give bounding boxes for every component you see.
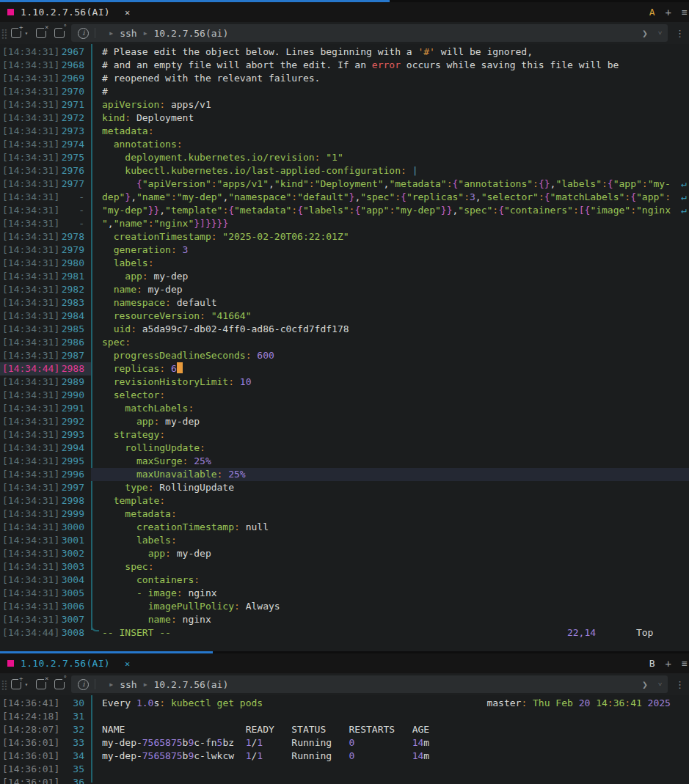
timestamp: [14:34:31] [0, 560, 59, 574]
chevron-right-icon[interactable]: ❯ [642, 679, 648, 690]
breadcrumb-item-protocol[interactable]: ssh [120, 28, 136, 39]
terminal-line: [14:34:31]2967# Please edit the object b… [0, 45, 689, 59]
breadcrumb-item-host[interactable]: 10.2.7.56(ai) [154, 679, 229, 690]
line-text: labels: [91, 534, 689, 547]
line-gutter: [14:34:31]2996 [0, 468, 91, 481]
line-number: 2989 [59, 375, 91, 389]
more-options-icon[interactable]: ⋮ [675, 28, 685, 39]
line-text: labels: [91, 257, 689, 270]
terminal-line: [14:34:31]2989 revisionHistoryLimit: 10 [0, 375, 689, 389]
line-gutter: [14:36:01]33 [0, 736, 91, 750]
session-tab[interactable]: 1.10.2.7.56(AI) ✕ [0, 653, 140, 673]
menu-icon[interactable]: ≡ [682, 658, 688, 669]
timestamp: [14:34:31] [0, 494, 59, 508]
info-icon[interactable]: i [78, 28, 89, 39]
line-gutter: [14:34:31]2969 [0, 72, 91, 85]
terminal-line: [14:34:31]3003 spec: [0, 560, 689, 574]
line-gutter: [14:34:31]2971 [0, 98, 91, 111]
caret-down-icon[interactable]: ▾ [25, 30, 29, 37]
terminal-line: [14:34:31]2994 rollingUpdate: [0, 442, 689, 455]
toolbar: ⣿ + ▾ × ° i ▶ ssh ▶ 10.2.7.56(ai) ❯ ˅ ⋮ [0, 22, 689, 44]
line-text: maxSurge: 25% [91, 455, 689, 468]
close-window-icon[interactable]: × [36, 28, 46, 38]
line-number: 2982 [59, 283, 91, 296]
line-text: # Please edit the object below. Lines be… [91, 45, 689, 59]
line-gutter: [14:34:31]3001 [0, 534, 91, 547]
dropdown-caret-icon[interactable]: ˅ [658, 29, 662, 37]
menu-icon[interactable]: ≡ [682, 7, 688, 18]
timestamp: [14:34:31] [0, 151, 59, 164]
line-number: - [59, 204, 91, 217]
session-tab[interactable]: 1.10.2.7.56(AI) ✕ [0, 2, 140, 22]
timestamp: [14:34:31] [0, 428, 59, 442]
tab-close-icon[interactable]: ✕ [125, 659, 130, 669]
terminal-line: [14:34:31]2977 {"apiVersion":"apps/v1","… [0, 177, 689, 191]
tab-bar: 1.10.2.7.56(AI) ✕ B + ≡ [0, 653, 689, 673]
line-gutter: [14:34:31]2995 [0, 455, 91, 468]
more-options-icon[interactable]: ⋮ [675, 679, 685, 690]
pane-letter-badge[interactable]: B [649, 658, 655, 669]
line-number: 2995 [59, 455, 91, 468]
detach-window-icon[interactable]: ° [54, 28, 65, 38]
breadcrumb-item-host[interactable]: 10.2.7.56(ai) [154, 28, 229, 39]
drag-handle-icon[interactable]: ⣿ [1, 28, 8, 39]
line-text: apiVersion: apps/v1 [91, 98, 689, 111]
line-gutter: [14:34:31]2978 [0, 230, 91, 243]
line-text: template: [91, 494, 689, 508]
timestamp: [14:34:31] [0, 481, 59, 494]
terminal-line: [14:34:31]3002 app: my-dep [0, 547, 689, 560]
timestamp: [14:34:31] [0, 125, 59, 138]
line-number: 2993 [59, 428, 91, 442]
line-number: 35 [59, 763, 91, 776]
timestamp: [14:34:31] [0, 468, 59, 481]
line-number: 31 [59, 710, 91, 723]
line-wrap-icon: ↵ [681, 191, 687, 204]
terminal-b[interactable]: [14:36:41]30Every 1.0s: kubectl get pods… [0, 695, 689, 784]
address-bar[interactable]: i ▶ ssh ▶ 10.2.7.56(ai) ❯ ˅ [71, 24, 668, 42]
timestamp: [14:36:01] [0, 750, 59, 763]
tab-close-icon[interactable]: ✕ [125, 7, 130, 18]
line-number: 2996 [59, 468, 91, 481]
dropdown-caret-icon[interactable]: ˅ [658, 681, 662, 688]
timestamp: [14:34:31] [0, 111, 59, 125]
line-gutter: [14:36:01]36 [0, 776, 91, 784]
line-gutter: [14:34:31]2990 [0, 389, 91, 402]
timestamp: [14:34:31] [0, 85, 59, 98]
pane-letter-badge[interactable]: A [649, 7, 655, 18]
line-number: 3001 [59, 534, 91, 547]
drag-handle-icon[interactable]: ⣿ [1, 679, 8, 690]
new-tab-icon[interactable]: + [666, 7, 671, 18]
breadcrumb-item-protocol[interactable]: ssh [120, 679, 136, 690]
caret-down-icon[interactable]: ▾ [25, 681, 29, 688]
line-number: 2986 [59, 336, 91, 349]
new-tab-icon[interactable]: + [666, 658, 671, 670]
terminal-line: [14:34:31]3001 labels: [0, 534, 689, 547]
crumb-arrow-icon: ▶ [109, 681, 113, 688]
close-window-icon[interactable]: × [36, 679, 46, 689]
terminal-line: [14:34:44]3008-- INSERT -- 22,14 Top [0, 626, 689, 640]
line-text: generation: 3 [91, 243, 689, 257]
new-window-icon[interactable]: + [11, 28, 21, 38]
line-number: - [59, 217, 91, 230]
terminal-a[interactable]: [14:34:31]2967# Please edit the object b… [0, 44, 689, 651]
terminal-line: [14:34:31]2978 creationTimestamp: "2025-… [0, 230, 689, 243]
line-gutter: [14:34:31]- [0, 217, 91, 230]
line-number: 3002 [59, 547, 91, 560]
address-bar[interactable]: i ▶ ssh ▶ 10.2.7.56(ai) ❯ ˅ [71, 675, 668, 693]
line-gutter: [14:34:31]2989 [0, 375, 91, 389]
session-color-dot-icon [7, 9, 14, 15]
chevron-right-icon[interactable]: ❯ [642, 28, 648, 39]
line-gutter: [14:34:31]- [0, 191, 91, 204]
line-gutter: [14:34:31]2970 [0, 85, 91, 98]
line-number: 2999 [59, 508, 91, 521]
line-number: 2988 [59, 362, 91, 375]
info-icon[interactable]: i [78, 679, 89, 690]
line-gutter: [14:34:31]2986 [0, 336, 91, 349]
line-text [91, 710, 689, 723]
line-gutter: [14:34:31]2974 [0, 138, 91, 151]
line-text: creationTimestamp: null [91, 521, 689, 534]
terminal-line: [14:34:31]2995 maxSurge: 25% [0, 455, 689, 468]
detach-window-icon[interactable]: ° [54, 679, 65, 689]
new-window-icon[interactable]: + [11, 679, 21, 689]
timestamp: [14:34:31] [0, 534, 59, 547]
